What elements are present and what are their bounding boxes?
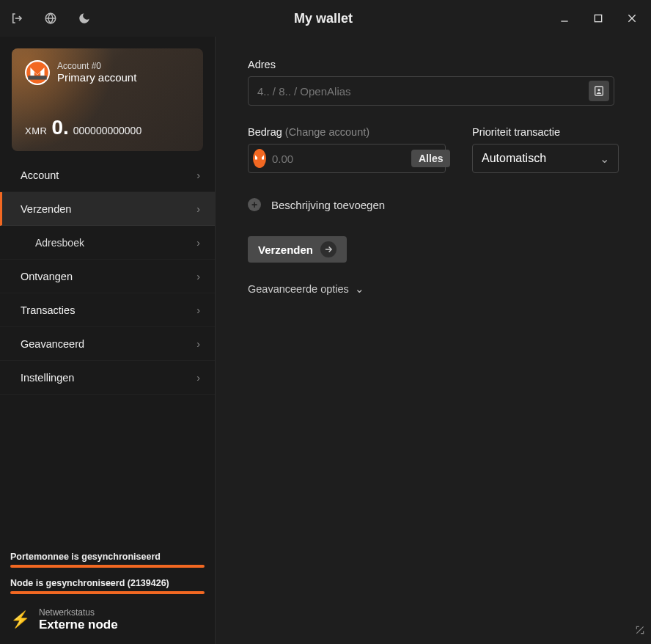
svg-rect-2: [595, 15, 601, 21]
address-book-button[interactable]: [589, 81, 609, 101]
account-number: Account #0: [57, 61, 136, 71]
balance-integer: 0.: [51, 116, 68, 139]
nav-label: Adresboek: [35, 237, 84, 249]
nav-label: Instellingen: [21, 372, 74, 384]
priority-label: Prioriteit transactie: [472, 126, 619, 138]
chevron-right-icon: ›: [196, 304, 200, 316]
xmr-coin-icon: [253, 149, 266, 168]
chevron-right-icon: ›: [196, 338, 200, 350]
address-label: Adres: [248, 59, 619, 70]
account-card[interactable]: Account #0 Primary account XMR 0.0000000…: [12, 48, 203, 151]
chevron-right-icon: ›: [196, 203, 200, 215]
chevron-right-icon: ›: [196, 271, 200, 282]
nav-item-send[interactable]: Verzenden ›: [0, 192, 215, 226]
svg-point-8: [597, 89, 600, 91]
advanced-options-toggle[interactable]: Geavanceerde opties ⌄: [248, 283, 619, 295]
address-input[interactable]: [257, 85, 589, 98]
arrow-right-circle-icon: [320, 241, 336, 257]
account-balance: XMR 0.000000000000: [25, 116, 141, 139]
nav-label: Transacties: [21, 304, 75, 316]
wallet-sync-progress: [10, 565, 205, 568]
wallet-sync-label: Portemonnee is gesynchroniseerd: [10, 552, 205, 562]
network-status[interactable]: ⚡ Netwerkstatus Externe node: [10, 607, 205, 632]
send-button[interactable]: Verzenden: [248, 236, 347, 263]
amount-input-wrap: Alles: [248, 144, 446, 173]
plus-circle-icon: +: [248, 198, 261, 211]
bolt-icon: ⚡: [10, 610, 30, 629]
titlebar: My wallet: [0, 0, 651, 37]
network-status-label: Netwerkstatus: [39, 607, 118, 618]
advanced-options-label: Geavanceerde opties: [248, 283, 349, 295]
amount-label: Bedrag (Change account): [248, 126, 446, 138]
monero-logo-icon: [25, 60, 50, 85]
svg-rect-6: [28, 76, 47, 79]
node-sync-status: Node is gesynchroniseerd (2139426): [10, 578, 205, 594]
nav-item-account[interactable]: Account ›: [0, 158, 215, 192]
priority-select[interactable]: Automatisch ⌄: [472, 144, 619, 173]
add-description-label: Beschrijving toevoegen: [271, 199, 385, 211]
amount-all-button[interactable]: Alles: [411, 150, 450, 167]
chevron-right-icon: ›: [196, 169, 200, 181]
node-sync-label: Node is gesynchroniseerd (2139426): [10, 578, 205, 588]
wallet-sync-status: Portemonnee is gesynchroniseerd: [10, 552, 205, 568]
maximize-button[interactable]: [588, 8, 608, 29]
address-book-icon: [593, 85, 605, 97]
sidebar: Account #0 Primary account XMR 0.0000000…: [0, 37, 216, 644]
nav-label: Account: [21, 169, 59, 181]
logout-icon[interactable]: [9, 10, 25, 26]
nav-item-receive[interactable]: Ontvangen ›: [0, 260, 215, 293]
address-input-wrap: [248, 76, 614, 106]
nav-label: Verzenden: [21, 203, 71, 215]
node-sync-progress: [10, 591, 205, 594]
nav-list: Account › Verzenden › Adresboek › Ontvan…: [0, 158, 215, 395]
nav-item-advanced[interactable]: Geavanceerd ›: [0, 327, 215, 361]
nav-item-settings[interactable]: Instellingen ›: [0, 361, 215, 395]
nav-item-transactions[interactable]: Transacties ›: [0, 293, 215, 327]
add-description-button[interactable]: + Beschrijving toevoegen: [248, 198, 619, 211]
chevron-down-icon: ⌄: [355, 283, 364, 295]
chevron-right-icon: ›: [196, 372, 200, 384]
amount-hint[interactable]: (Change account): [285, 126, 369, 138]
priority-value: Automatisch: [482, 152, 546, 165]
window-title: My wallet: [92, 11, 554, 26]
resize-handle-icon[interactable]: [635, 625, 645, 638]
amount-input[interactable]: [272, 153, 411, 165]
network-mode: Externe node: [39, 618, 118, 632]
account-name: Primary account: [57, 71, 136, 84]
send-button-label: Verzenden: [258, 244, 313, 256]
balance-currency: XMR: [25, 125, 47, 136]
balance-fraction: 000000000000: [73, 125, 141, 136]
globe-icon[interactable]: [43, 10, 59, 26]
nav-label: Geavanceerd: [21, 338, 84, 350]
nav-item-addressbook[interactable]: Adresboek ›: [0, 226, 215, 260]
nav-label: Ontvangen: [21, 271, 73, 282]
chevron-right-icon: ›: [196, 237, 200, 249]
amount-label-text: Bedrag: [248, 126, 282, 138]
moon-icon[interactable]: [76, 10, 92, 26]
chevron-down-icon: ⌄: [600, 152, 609, 166]
close-button[interactable]: [622, 8, 642, 29]
minimize-button[interactable]: [554, 8, 575, 29]
send-panel: Adres Bedrag (Change account): [216, 37, 651, 644]
